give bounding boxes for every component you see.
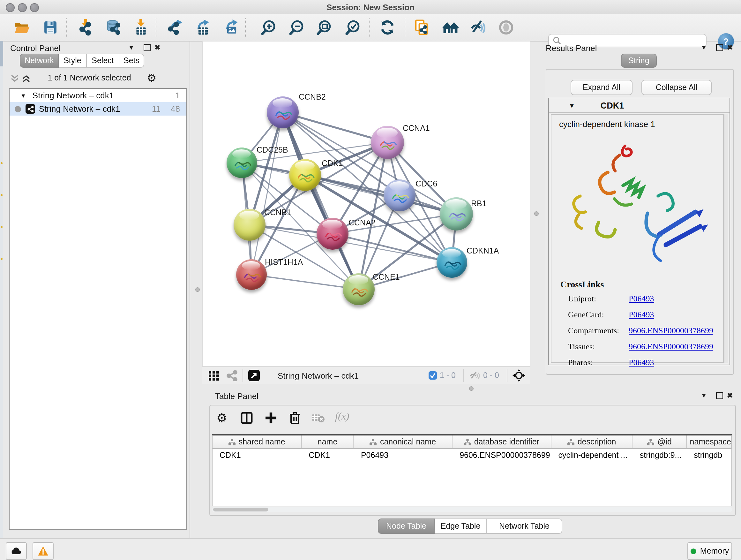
- export-network-icon[interactable]: [168, 19, 185, 36]
- share-network-icon[interactable]: [226, 370, 238, 381]
- control-panel-menu-icon[interactable]: ▾: [130, 43, 133, 52]
- protein-section-header[interactable]: ▼ CDK1: [549, 98, 730, 113]
- network-canvas[interactable]: CCNB2CCNA1CDC25BCDK1CDC6RB1CCNB1CCNA2CDK…: [202, 41, 530, 367]
- table-cell: 9606.ENSP00000378699: [453, 449, 551, 462]
- cloud-status-button[interactable]: [6, 542, 27, 560]
- hide-selected-icon[interactable]: [470, 19, 486, 36]
- tab-network[interactable]: Network: [20, 54, 59, 68]
- zoom-out-icon[interactable]: [288, 19, 305, 36]
- table-panel-float-icon[interactable]: [716, 392, 723, 399]
- selected-checkbox-icon[interactable]: [428, 371, 437, 380]
- table-panel-menu-icon[interactable]: ▾: [702, 391, 705, 400]
- import-network-from-file-icon[interactable]: [78, 19, 94, 36]
- results-panel-close-icon[interactable]: ✖: [727, 43, 733, 52]
- zoom-selected-icon[interactable]: [344, 19, 360, 36]
- column-header-shared-name[interactable]: shared name: [212, 435, 301, 448]
- node-label-CDC6: CDC6: [415, 179, 437, 188]
- left-splitter-handle[interactable]: [195, 287, 200, 292]
- network-node-CCNA2[interactable]: [317, 218, 348, 250]
- selected-counts: 1 - 0: [440, 371, 456, 380]
- node-label-CCNB2: CCNB2: [299, 92, 326, 102]
- crosslink-value-link[interactable]: P06493: [629, 358, 654, 368]
- column-header-database-identifier[interactable]: database identifier: [453, 435, 551, 448]
- crosslink-value-link[interactable]: 9606.ENSP00000378699: [629, 341, 713, 352]
- network-list: ▼ String Network – cdk1 1 String Network…: [9, 88, 187, 530]
- warning-status-button[interactable]: [32, 542, 54, 560]
- results-panel-menu-icon[interactable]: ▾: [702, 43, 705, 52]
- show-home-icon[interactable]: [442, 19, 459, 36]
- crosslink-label: GeneCard:: [568, 310, 629, 320]
- network-collection-row[interactable]: ▼ String Network – cdk1 1: [10, 89, 186, 102]
- tab-node-table[interactable]: Node Table: [378, 518, 434, 534]
- control-panel-float-icon[interactable]: [144, 44, 151, 51]
- collapse-all-networks-icon[interactable]: [10, 74, 19, 83]
- column-header-namespace[interactable]: namespace: [687, 435, 731, 448]
- column-header-description[interactable]: description: [551, 435, 632, 448]
- refresh-view-icon[interactable]: [379, 19, 396, 36]
- crosslink-value-link[interactable]: P06493: [629, 310, 654, 320]
- clear-table-icon[interactable]: [312, 414, 325, 423]
- network-node-CDC6[interactable]: [384, 179, 415, 211]
- birdseye-grid-icon[interactable]: [209, 371, 219, 380]
- network-node-CDC25B[interactable]: [226, 147, 257, 178]
- table-panel-close-icon[interactable]: ✖: [727, 391, 733, 400]
- crosslink-value-link[interactable]: 9606.ENSP00000378699: [629, 326, 713, 336]
- right-splitter-handle[interactable]: [534, 211, 539, 216]
- tab-sets[interactable]: Sets: [119, 54, 144, 68]
- control-panel-close-icon[interactable]: ✖: [154, 43, 160, 52]
- network-node-CCNE1[interactable]: [343, 273, 375, 305]
- column-header-name[interactable]: name: [301, 435, 354, 448]
- fit-selected-crosshair-icon[interactable]: [513, 369, 525, 382]
- network-node-CCNB1[interactable]: [233, 209, 266, 241]
- results-scrollbar[interactable]: [724, 114, 728, 363]
- open-session-icon[interactable]: [13, 19, 30, 36]
- network-options-gear-icon[interactable]: ⚙: [147, 71, 157, 84]
- expand-all-button[interactable]: Expand All: [570, 80, 632, 95]
- network-node-RB1[interactable]: [440, 197, 473, 231]
- network-from-clipboard-icon[interactable]: [414, 19, 430, 36]
- zoom-in-icon[interactable]: [260, 19, 276, 36]
- import-table-from-file-icon[interactable]: [133, 19, 150, 36]
- tab-network-table[interactable]: Network Table: [487, 518, 562, 534]
- network-node-CCNA1[interactable]: [371, 126, 404, 159]
- import-network-from-database-icon[interactable]: [105, 19, 122, 36]
- show-grayed-icon[interactable]: [498, 19, 515, 36]
- network-row[interactable]: String Network – cdk1 11 48: [10, 102, 186, 116]
- table-row[interactable]: CDK1CDK1P064939606.ENSP00000378699cyclin…: [212, 449, 731, 462]
- node-label-CDK1: CDK1: [322, 159, 343, 168]
- collection-expander-icon[interactable]: ▼: [20, 92, 26, 99]
- tab-style[interactable]: Style: [59, 54, 87, 68]
- crosslink-value-link[interactable]: P06493: [629, 294, 654, 304]
- table-body: CDK1CDK1P064939606.ENSP00000378699cyclin…: [212, 449, 731, 462]
- tab-select[interactable]: Select: [87, 54, 119, 68]
- network-node-CDKN1A[interactable]: [436, 247, 467, 278]
- column-header--id[interactable]: @id: [633, 435, 687, 448]
- show-columns-icon[interactable]: [241, 412, 253, 424]
- memory-button[interactable]: Memory: [687, 542, 732, 560]
- network-node-HIST1H1A[interactable]: [236, 259, 267, 290]
- tab-string[interactable]: String: [621, 54, 657, 68]
- expand-all-networks-icon[interactable]: [22, 74, 30, 83]
- table-options-gear-icon[interactable]: ⚙: [216, 411, 227, 425]
- network-node-CDK1[interactable]: [289, 159, 321, 191]
- table-tabs: Node TableEdge TableNetwork Table: [378, 518, 562, 534]
- network-node-CCNB2[interactable]: [267, 97, 299, 128]
- create-column-icon[interactable]: [265, 412, 277, 424]
- save-session-icon[interactable]: [42, 19, 59, 36]
- table-hscrollbar-thumb[interactable]: [213, 508, 268, 511]
- function-builder-icon[interactable]: f(x): [335, 411, 349, 422]
- column-header-canonical-name[interactable]: canonical name: [354, 435, 453, 448]
- zoom-fit-content-icon[interactable]: [315, 19, 332, 36]
- toolbar-separator: [245, 18, 246, 37]
- node-label-HIST1H1A: HIST1H1A: [265, 258, 303, 267]
- toolbar-separator: [369, 18, 369, 37]
- section-expander-icon[interactable]: ▼: [569, 102, 575, 109]
- export-table-icon[interactable]: [195, 19, 211, 36]
- delete-column-icon[interactable]: [289, 411, 300, 424]
- tab-edge-table[interactable]: Edge Table: [434, 518, 487, 534]
- application-window: Session: New Session ? Control Panel ▾ ✖…: [0, 0, 741, 560]
- open-in-window-icon[interactable]: [248, 370, 260, 381]
- results-panel-float-icon[interactable]: [716, 44, 723, 51]
- export-image-icon[interactable]: [223, 19, 240, 36]
- collapse-all-button[interactable]: Collapse All: [642, 80, 712, 95]
